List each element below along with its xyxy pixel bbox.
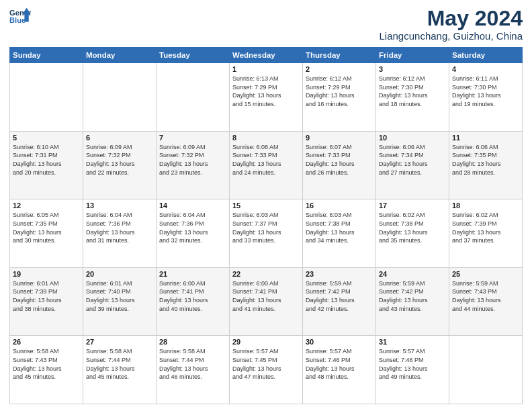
page: General Blue May 2024 Liangcunchang, Gui… — [0, 0, 532, 411]
day-number: 25 — [452, 270, 519, 278]
calendar-week-row: 26Sunrise: 5:58 AM Sunset: 7:43 PM Dayli… — [10, 336, 523, 404]
weekday-header: SundayMondayTuesdayWednesdayThursdayFrid… — [10, 48, 523, 63]
calendar-cell: 16Sunrise: 6:03 AM Sunset: 7:38 PM Dayli… — [303, 199, 376, 268]
day-number: 23 — [306, 270, 373, 278]
day-number: 9 — [306, 134, 373, 142]
calendar-cell: 3Sunrise: 6:12 AM Sunset: 7:30 PM Daylig… — [376, 63, 449, 132]
day-info: Sunrise: 5:59 AM Sunset: 7:42 PM Dayligh… — [379, 279, 446, 313]
day-info: Sunrise: 6:08 AM Sunset: 7:33 PM Dayligh… — [232, 143, 300, 177]
day-info: Sunrise: 6:06 AM Sunset: 7:35 PM Dayligh… — [452, 143, 519, 177]
day-number: 29 — [232, 338, 300, 346]
calendar-cell: 31Sunrise: 5:57 AM Sunset: 7:46 PM Dayli… — [376, 336, 449, 404]
day-number: 10 — [379, 134, 446, 142]
day-info: Sunrise: 6:07 AM Sunset: 7:33 PM Dayligh… — [306, 143, 373, 177]
calendar-cell: 13Sunrise: 6:04 AM Sunset: 7:36 PM Dayli… — [83, 199, 157, 268]
weekday-header-cell: Tuesday — [157, 48, 230, 63]
day-number: 17 — [379, 201, 446, 210]
day-info: Sunrise: 6:12 AM Sunset: 7:29 PM Dayligh… — [306, 75, 373, 108]
calendar-cell: 11Sunrise: 6:06 AM Sunset: 7:35 PM Dayli… — [449, 131, 523, 199]
day-info: Sunrise: 6:04 AM Sunset: 7:36 PM Dayligh… — [159, 211, 226, 244]
logo-icon: General Blue — [9, 7, 31, 26]
title-block: May 2024 Liangcunchang, Guizhou, China — [380, 7, 523, 42]
day-number: 1 — [232, 65, 300, 73]
calendar-week-row: 1Sunrise: 6:13 AM Sunset: 7:29 PM Daylig… — [10, 63, 523, 132]
calendar-cell: 12Sunrise: 6:05 AM Sunset: 7:35 PM Dayli… — [10, 199, 83, 268]
calendar-cell: 20Sunrise: 6:01 AM Sunset: 7:40 PM Dayli… — [83, 267, 157, 336]
day-number: 3 — [379, 65, 446, 73]
day-info: Sunrise: 6:10 AM Sunset: 7:31 PM Dayligh… — [13, 143, 80, 177]
day-info: Sunrise: 5:57 AM Sunset: 7:46 PM Dayligh… — [306, 347, 373, 381]
day-info: Sunrise: 5:59 AM Sunset: 7:42 PM Dayligh… — [306, 279, 373, 313]
day-info: Sunrise: 6:09 AM Sunset: 7:32 PM Dayligh… — [159, 143, 226, 177]
day-number: 24 — [379, 270, 446, 278]
calendar-cell: 28Sunrise: 5:58 AM Sunset: 7:44 PM Dayli… — [157, 336, 230, 404]
calendar-cell: 29Sunrise: 5:57 AM Sunset: 7:45 PM Dayli… — [230, 336, 303, 404]
day-number: 4 — [452, 65, 519, 73]
calendar-cell: 1Sunrise: 6:13 AM Sunset: 7:29 PM Daylig… — [230, 63, 303, 132]
day-info: Sunrise: 6:05 AM Sunset: 7:35 PM Dayligh… — [13, 211, 80, 244]
day-number: 18 — [452, 201, 519, 210]
day-info: Sunrise: 5:57 AM Sunset: 7:45 PM Dayligh… — [232, 347, 300, 381]
day-info: Sunrise: 6:11 AM Sunset: 7:30 PM Dayligh… — [452, 75, 519, 108]
day-number: 13 — [86, 201, 153, 210]
day-info: Sunrise: 5:59 AM Sunset: 7:43 PM Dayligh… — [452, 279, 519, 313]
calendar-cell: 30Sunrise: 5:57 AM Sunset: 7:46 PM Dayli… — [303, 336, 376, 404]
calendar-cell: 18Sunrise: 6:02 AM Sunset: 7:39 PM Dayli… — [449, 199, 523, 268]
weekday-header-cell: Wednesday — [230, 48, 303, 63]
calendar-week-row: 5Sunrise: 6:10 AM Sunset: 7:31 PM Daylig… — [10, 131, 523, 199]
day-info: Sunrise: 5:57 AM Sunset: 7:46 PM Dayligh… — [379, 347, 446, 381]
weekday-header-cell: Monday — [83, 48, 157, 63]
svg-text:Blue: Blue — [9, 16, 26, 24]
day-info: Sunrise: 6:01 AM Sunset: 7:40 PM Dayligh… — [86, 279, 153, 313]
day-info: Sunrise: 6:09 AM Sunset: 7:32 PM Dayligh… — [86, 143, 153, 177]
logo: General Blue — [9, 7, 31, 26]
day-number: 26 — [13, 338, 80, 346]
day-info: Sunrise: 6:12 AM Sunset: 7:30 PM Dayligh… — [379, 75, 446, 108]
calendar-cell: 10Sunrise: 6:06 AM Sunset: 7:34 PM Dayli… — [376, 131, 449, 199]
weekday-header-cell: Saturday — [449, 48, 523, 63]
calendar-cell — [83, 63, 157, 132]
calendar-cell: 26Sunrise: 5:58 AM Sunset: 7:43 PM Dayli… — [10, 336, 83, 404]
weekday-header-cell: Friday — [376, 48, 449, 63]
day-number: 20 — [86, 270, 153, 278]
calendar-cell: 15Sunrise: 6:03 AM Sunset: 7:37 PM Dayli… — [230, 199, 303, 268]
calendar-cell — [449, 336, 523, 404]
calendar-cell: 24Sunrise: 5:59 AM Sunset: 7:42 PM Dayli… — [376, 267, 449, 336]
day-number: 19 — [13, 270, 80, 278]
calendar-cell: 22Sunrise: 6:00 AM Sunset: 7:41 PM Dayli… — [230, 267, 303, 336]
day-number: 28 — [159, 338, 226, 346]
day-info: Sunrise: 6:00 AM Sunset: 7:41 PM Dayligh… — [159, 279, 226, 313]
day-info: Sunrise: 5:58 AM Sunset: 7:43 PM Dayligh… — [13, 347, 80, 381]
calendar-week-row: 12Sunrise: 6:05 AM Sunset: 7:35 PM Dayli… — [10, 199, 523, 268]
day-info: Sunrise: 6:03 AM Sunset: 7:37 PM Dayligh… — [232, 211, 300, 244]
day-info: Sunrise: 6:13 AM Sunset: 7:29 PM Dayligh… — [232, 75, 300, 108]
day-number: 2 — [306, 65, 373, 73]
calendar-title: May 2024 — [380, 7, 523, 30]
day-number: 21 — [159, 270, 226, 278]
calendar-table: SundayMondayTuesdayWednesdayThursdayFrid… — [9, 47, 523, 404]
day-number: 22 — [232, 270, 300, 278]
day-number: 14 — [159, 201, 226, 210]
day-number: 16 — [306, 201, 373, 210]
calendar-cell: 19Sunrise: 6:01 AM Sunset: 7:39 PM Dayli… — [10, 267, 83, 336]
calendar-cell: 9Sunrise: 6:07 AM Sunset: 7:33 PM Daylig… — [303, 131, 376, 199]
day-number: 5 — [13, 134, 80, 142]
calendar-cell: 25Sunrise: 5:59 AM Sunset: 7:43 PM Dayli… — [449, 267, 523, 336]
day-info: Sunrise: 6:01 AM Sunset: 7:39 PM Dayligh… — [13, 279, 80, 313]
day-info: Sunrise: 5:58 AM Sunset: 7:44 PM Dayligh… — [86, 347, 153, 381]
day-number: 30 — [306, 338, 373, 346]
day-number: 12 — [13, 201, 80, 210]
weekday-header-cell: Thursday — [303, 48, 376, 63]
calendar-cell: 17Sunrise: 6:02 AM Sunset: 7:38 PM Dayli… — [376, 199, 449, 268]
calendar-cell: 4Sunrise: 6:11 AM Sunset: 7:30 PM Daylig… — [449, 63, 523, 132]
calendar-cell: 5Sunrise: 6:10 AM Sunset: 7:31 PM Daylig… — [10, 131, 83, 199]
calendar-body: 1Sunrise: 6:13 AM Sunset: 7:29 PM Daylig… — [10, 63, 523, 404]
calendar-cell: 14Sunrise: 6:04 AM Sunset: 7:36 PM Dayli… — [157, 199, 230, 268]
day-number: 11 — [452, 134, 519, 142]
day-info: Sunrise: 6:00 AM Sunset: 7:41 PM Dayligh… — [232, 279, 300, 313]
calendar-cell: 8Sunrise: 6:08 AM Sunset: 7:33 PM Daylig… — [230, 131, 303, 199]
calendar-week-row: 19Sunrise: 6:01 AM Sunset: 7:39 PM Dayli… — [10, 267, 523, 336]
header: General Blue May 2024 Liangcunchang, Gui… — [9, 7, 523, 42]
day-number: 8 — [232, 134, 300, 142]
weekday-header-cell: Sunday — [10, 48, 83, 63]
